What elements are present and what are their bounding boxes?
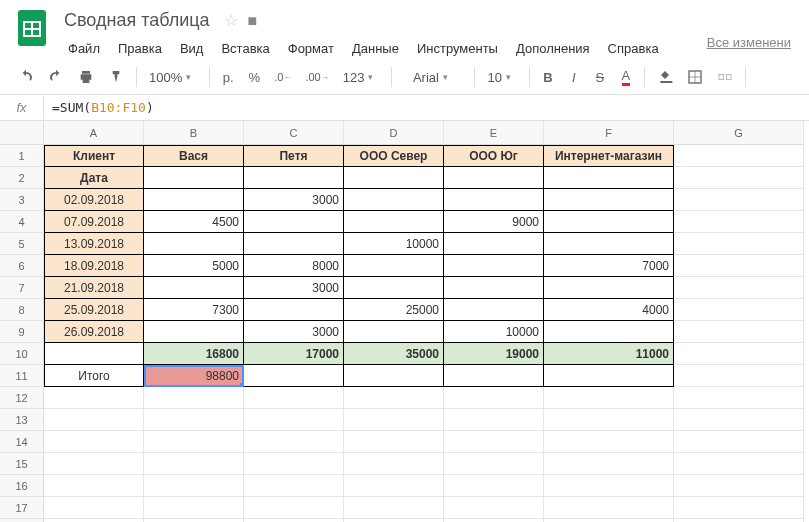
cell[interactable]	[344, 189, 444, 211]
cell[interactable]	[444, 387, 544, 409]
cell[interactable]: 13.09.2018	[44, 233, 144, 255]
cell[interactable]: 07.09.2018	[44, 211, 144, 233]
cell[interactable]	[244, 299, 344, 321]
cell[interactable]: 21.09.2018	[44, 277, 144, 299]
cell[interactable]	[244, 365, 344, 387]
cell[interactable]: 4000	[544, 299, 674, 321]
cell[interactable]: 3000	[244, 321, 344, 343]
paint-format-icon[interactable]	[102, 64, 130, 90]
cell[interactable]	[144, 233, 244, 255]
row-header[interactable]: 15	[0, 453, 44, 475]
cell[interactable]	[674, 387, 804, 409]
cell[interactable]: 5000	[144, 255, 244, 277]
folder-icon[interactable]: ■	[248, 12, 258, 30]
cell[interactable]: 17000	[244, 343, 344, 365]
cell[interactable]	[344, 365, 444, 387]
merge-button[interactable]	[711, 64, 739, 90]
col-header[interactable]: C	[244, 121, 344, 145]
cell[interactable]	[444, 189, 544, 211]
strike-button[interactable]: S	[588, 64, 612, 90]
col-header[interactable]: A	[44, 121, 144, 145]
cell[interactable]: Петя	[244, 145, 344, 167]
cell[interactable]: 35000	[344, 343, 444, 365]
row-header[interactable]: 2	[0, 167, 44, 189]
cell-selected[interactable]: 98800	[144, 365, 244, 387]
cell[interactable]: 18.09.2018	[44, 255, 144, 277]
menu-data[interactable]: Данные	[344, 37, 407, 60]
cell[interactable]: 25.09.2018	[44, 299, 144, 321]
cell[interactable]	[444, 255, 544, 277]
cell[interactable]	[344, 453, 444, 475]
cell[interactable]: 4500	[144, 211, 244, 233]
cell[interactable]	[544, 365, 674, 387]
menu-view[interactable]: Вид	[172, 37, 212, 60]
cell[interactable]	[674, 189, 804, 211]
cell[interactable]: 10000	[344, 233, 444, 255]
cell[interactable]	[344, 475, 444, 497]
cell[interactable]	[44, 343, 144, 365]
select-all-corner[interactable]	[0, 121, 44, 145]
cell[interactable]	[674, 167, 804, 189]
bold-button[interactable]: B	[536, 64, 560, 90]
menu-edit[interactable]: Правка	[110, 37, 170, 60]
doc-title[interactable]: Сводная таблица	[60, 8, 214, 33]
menu-help[interactable]: Справка	[600, 37, 667, 60]
cell[interactable]	[544, 409, 674, 431]
cell[interactable]	[444, 299, 544, 321]
dec-less-button[interactable]: .0←	[268, 64, 297, 90]
cell[interactable]: Интернет-магазин	[544, 145, 674, 167]
col-header[interactable]: D	[344, 121, 444, 145]
cell[interactable]	[244, 387, 344, 409]
font-size-select[interactable]: 10	[481, 64, 522, 90]
print-icon[interactable]	[72, 64, 100, 90]
row-header[interactable]: 10	[0, 343, 44, 365]
cell[interactable]	[544, 453, 674, 475]
cell[interactable]	[144, 321, 244, 343]
cell[interactable]	[444, 475, 544, 497]
col-header[interactable]: E	[444, 121, 544, 145]
redo-icon[interactable]	[42, 64, 70, 90]
cell[interactable]: 16800	[144, 343, 244, 365]
cell[interactable]: 7000	[544, 255, 674, 277]
cell[interactable]	[674, 277, 804, 299]
cell[interactable]: Клиент	[44, 145, 144, 167]
cell[interactable]	[244, 167, 344, 189]
cell[interactable]	[444, 453, 544, 475]
cell[interactable]: Дата	[44, 167, 144, 189]
cell[interactable]	[674, 321, 804, 343]
row-header[interactable]: 7	[0, 277, 44, 299]
cell[interactable]	[544, 211, 674, 233]
cell[interactable]	[244, 211, 344, 233]
star-icon[interactable]: ☆	[224, 11, 238, 30]
row-header[interactable]: 8	[0, 299, 44, 321]
cell[interactable]	[44, 475, 144, 497]
cell[interactable]	[244, 409, 344, 431]
cell[interactable]: 25000	[344, 299, 444, 321]
cell[interactable]	[244, 453, 344, 475]
cell[interactable]: 7300	[144, 299, 244, 321]
row-header[interactable]: 13	[0, 409, 44, 431]
cell[interactable]	[544, 321, 674, 343]
cell[interactable]	[344, 255, 444, 277]
cell[interactable]	[44, 431, 144, 453]
cell[interactable]	[544, 167, 674, 189]
changes-link[interactable]: Все изменени	[701, 29, 797, 56]
cell[interactable]	[674, 497, 804, 519]
cell[interactable]	[344, 409, 444, 431]
row-header[interactable]: 14	[0, 431, 44, 453]
cell[interactable]: 9000	[444, 211, 544, 233]
cell[interactable]	[344, 321, 444, 343]
cell[interactable]: ООО Север	[344, 145, 444, 167]
cell[interactable]: 11000	[544, 343, 674, 365]
font-select[interactable]: Arial	[398, 64, 468, 90]
undo-icon[interactable]	[12, 64, 40, 90]
cell[interactable]	[674, 409, 804, 431]
cell[interactable]	[674, 233, 804, 255]
cell[interactable]	[444, 365, 544, 387]
cell[interactable]	[144, 497, 244, 519]
cell[interactable]	[674, 365, 804, 387]
cell[interactable]	[674, 475, 804, 497]
dec-more-button[interactable]: .00→	[299, 64, 334, 90]
cell[interactable]	[44, 497, 144, 519]
row-header[interactable]: 16	[0, 475, 44, 497]
